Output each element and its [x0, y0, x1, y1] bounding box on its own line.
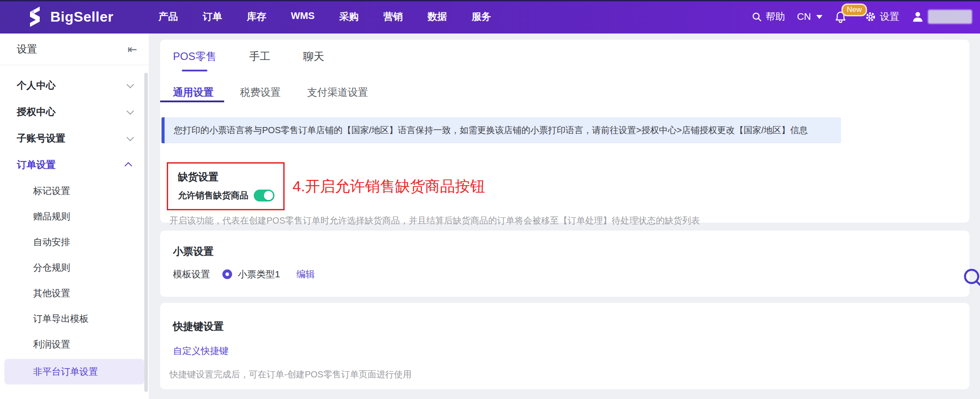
custom-hotkey-link[interactable]: 自定义快捷键: [173, 345, 229, 357]
settings-subtabs: 通用设置 税费设置 支付渠道设置: [173, 86, 957, 99]
receipt-type-label: 小票类型1: [238, 268, 280, 280]
group-label: 授权中心: [17, 105, 56, 119]
main-nav: 产品 订单 库存 WMS 采购 营销 数据 服务: [158, 10, 491, 23]
subtab-tax-settings[interactable]: 税费设置: [240, 86, 281, 99]
tab-pos-retail[interactable]: POS零售: [173, 49, 217, 66]
template-settings-row: 模板设置 小票类型1 编辑: [173, 268, 957, 280]
general-settings-card: POS零售 手工 聊天 通用设置 税费设置 支付渠道设置 您打印的小票语言将与P…: [160, 40, 969, 223]
group-label: 订单设置: [17, 158, 56, 172]
sidebar-nav: 个人中心 授权中心 子账号设置 订单设置 标记设置 赠品规则 自动安排 分仓规则…: [0, 65, 149, 384]
main-content: POS零售 手工 聊天 通用设置 税费设置 支付渠道设置 您打印的小票语言将与P…: [149, 34, 980, 399]
floating-search-button[interactable]: [963, 268, 980, 290]
group-label: 子账号设置: [17, 132, 65, 145]
stock-section-description: 开启该功能，代表在创建POS零售订单时允许选择缺货商品，并且结算后缺货商品的订单…: [169, 215, 957, 227]
chevron-down-icon: [127, 107, 134, 115]
help-button[interactable]: 帮助: [752, 10, 785, 23]
chevron-down-icon: [127, 81, 134, 88]
allow-oversell-row: 允许销售缺货商品: [178, 190, 274, 201]
edit-receipt-link[interactable]: 编辑: [297, 268, 315, 280]
hotkey-section-description: 快捷键设置完成后，可在订单-创建POS零售订单页面进行使用: [169, 369, 957, 380]
sidebar-item-mark-settings[interactable]: 标记设置: [0, 178, 149, 204]
hotkey-settings-card: 快捷键设置 自定义快捷键 快捷键设置完成后，可在订单-创建POS零售订单页面进行…: [160, 303, 969, 389]
notifications-button[interactable]: New: [834, 11, 847, 23]
sidebar-title: 设置: [17, 42, 37, 56]
chevron-up-icon: [124, 162, 132, 170]
language-label: CN: [797, 11, 811, 22]
stock-settings-row: 缺货设置 允许销售缺货商品 4.开启允许销售缺货商品按钮: [167, 162, 957, 210]
nav-item-service[interactable]: 服务: [472, 10, 491, 23]
settings-sidebar: 设置 ⇤ 个人中心 授权中心 子账号设置 订单设置 标记设置 赠品规则 自动安排…: [0, 34, 149, 399]
nav-item-purchase[interactable]: 采购: [339, 10, 359, 23]
username-redacted: [928, 10, 972, 24]
logo-text: BigSeller: [50, 9, 113, 25]
template-settings-label: 模板设置: [173, 268, 210, 280]
bigseller-logo-icon: [25, 6, 45, 28]
group-label: 个人中心: [17, 79, 56, 92]
nav-item-products[interactable]: 产品: [158, 10, 178, 23]
toggle-knob: [264, 191, 273, 200]
chevron-down-icon: [816, 15, 822, 19]
sidebar-item-auto-arrange[interactable]: 自动安排: [0, 229, 149, 255]
sidebar-group-subaccount-settings[interactable]: 子账号设置: [0, 125, 149, 152]
channel-tabs: POS零售 手工 聊天: [173, 49, 957, 66]
bigseller-logo[interactable]: BigSeller: [25, 6, 113, 28]
sidebar-item-profit-settings[interactable]: 利润设置: [0, 332, 149, 357]
sidebar-scrollbar[interactable]: [144, 73, 148, 392]
chevron-down-icon: [127, 134, 134, 141]
sidebar-item-order-export-template[interactable]: 订单导出模板: [0, 306, 149, 332]
navbar-right: 帮助 CN New 设置: [752, 10, 972, 24]
nav-item-wms[interactable]: WMS: [291, 10, 315, 23]
receipt-section-title: 小票设置: [173, 245, 957, 258]
subtab-payment-channel-settings[interactable]: 支付渠道设置: [307, 86, 368, 99]
search-icon: [963, 268, 980, 288]
hotkey-section-title: 快捷键设置: [173, 320, 957, 333]
sidebar-item-other-settings[interactable]: 其他设置: [0, 280, 149, 306]
collapse-sidebar-icon[interactable]: ⇤: [128, 43, 137, 56]
language-selector[interactable]: CN: [797, 11, 822, 22]
allow-oversell-toggle[interactable]: [254, 190, 274, 201]
annotation-red-box: 缺货设置 允许销售缺货商品: [167, 162, 285, 210]
search-icon: [752, 12, 762, 22]
sidebar-group-personal-center[interactable]: 个人中心: [0, 72, 149, 99]
sidebar-group-authorization-center[interactable]: 授权中心: [0, 99, 149, 125]
nav-item-marketing[interactable]: 营销: [383, 10, 403, 23]
receipt-language-notice: 您打印的小票语言将与POS零售订单店铺的【国家/地区】语言保持一致，如需更换该店…: [161, 117, 841, 143]
stock-section-title: 缺货设置: [178, 170, 274, 184]
settings-button[interactable]: 设置: [865, 10, 899, 23]
sidebar-item-warehouse-rules[interactable]: 分仓规则: [0, 255, 149, 280]
nav-item-data[interactable]: 数据: [428, 10, 447, 23]
sidebar-item-gift-rules[interactable]: 赠品规则: [0, 204, 149, 229]
user-icon: [911, 10, 924, 23]
tab-manual[interactable]: 手工: [249, 49, 270, 66]
nav-item-orders[interactable]: 订单: [203, 10, 222, 23]
top-navbar: BigSeller 产品 订单 库存 WMS 采购 营销 数据 服务 帮助 CN…: [0, 0, 980, 34]
new-badge: New: [841, 4, 867, 16]
allow-oversell-label: 允许销售缺货商品: [178, 190, 248, 201]
active-subtab-underline: [160, 101, 224, 102]
nav-item-inventory[interactable]: 库存: [247, 10, 266, 23]
user-account[interactable]: [911, 10, 972, 24]
help-label: 帮助: [766, 10, 785, 23]
step-annotation: 4.开启允许销售缺货商品按钮: [293, 176, 485, 197]
sidebar-item-non-platform-order-settings[interactable]: 非平台订单设置: [4, 359, 144, 384]
receipt-type-radio[interactable]: [222, 269, 232, 279]
subtab-general-settings[interactable]: 通用设置: [173, 86, 214, 99]
settings-label: 设置: [880, 10, 899, 23]
sidebar-group-order-settings[interactable]: 订单设置: [0, 152, 149, 178]
tab-chat[interactable]: 聊天: [303, 49, 324, 66]
sidebar-header: 设置 ⇤: [0, 34, 149, 65]
receipt-settings-card: 小票设置 模板设置 小票类型1 编辑: [160, 231, 969, 297]
